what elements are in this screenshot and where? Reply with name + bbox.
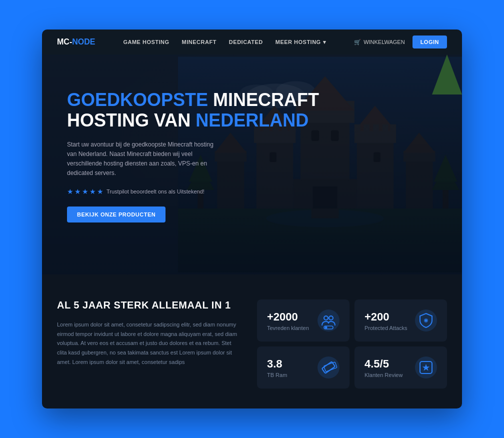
section-body: Lorem ipsum dolor sit amet, consetetur s…	[57, 320, 242, 366]
logo-mc: MC-	[57, 38, 72, 46]
cart-icon: 🛒	[354, 39, 361, 46]
left-content: AL 5 JAAR STERK ALLEMAAL IN 1 Lorem ipsu…	[57, 300, 242, 388]
tickets-icon	[318, 356, 340, 378]
browser-window: MC-NODE GAME HOSTING MINECRAFT DEDICATED…	[42, 30, 462, 408]
stat-card-attacks: +200 Protected Attacks	[354, 300, 447, 342]
stat-label-customers: Tevreden klanten	[267, 325, 309, 331]
stat-info-customers: +2000 Tevreden klanten	[267, 310, 309, 331]
star-1: ★	[67, 188, 74, 196]
stars-row: ★ ★ ★ ★ ★ Trustpilot beoordeelt ons als …	[67, 188, 437, 196]
stat-label-ram: TB Ram	[267, 372, 287, 378]
stat-card-customers: +2000 Tevreden klanten	[257, 300, 350, 342]
nav-game-hosting[interactable]: GAME HOSTING	[123, 39, 169, 45]
chevron-down-icon: ▾	[323, 39, 326, 46]
nav-minecraft[interactable]: MINECRAFT	[182, 39, 216, 45]
stat-info-attacks: +200 Protected Attacks	[364, 310, 408, 331]
stat-number-attacks: +200	[364, 310, 408, 324]
stats-grid: +2000 Tevreden klanten	[257, 300, 447, 388]
shield-icon	[415, 310, 437, 332]
star-rating: ★ ★ ★ ★ ★	[67, 188, 104, 196]
star-badge-icon	[415, 356, 437, 378]
cart-link[interactable]: 🛒 WINKELWAGEN	[354, 39, 405, 46]
stat-number-customers: +2000	[267, 310, 309, 324]
svg-point-49	[318, 310, 340, 332]
stat-number-review: 4.5/5	[364, 358, 402, 370]
star-2: ★	[74, 188, 81, 196]
stat-info-review: 4.5/5 Klanten Review	[364, 358, 402, 378]
users-icon	[318, 310, 340, 332]
stat-number-ram: 3.8	[267, 358, 287, 370]
svg-point-53	[325, 326, 328, 329]
trustpilot-text: Trustpilot beoordeelt ons als Uitstekend…	[106, 188, 204, 194]
star-4: ★	[90, 188, 96, 196]
nav-dedicated[interactable]: DEDICATED	[229, 39, 263, 45]
stat-label-review: Klanten Review	[364, 372, 402, 378]
star-3: ★	[82, 188, 88, 196]
star-5: ★	[97, 188, 104, 196]
svg-point-56	[425, 320, 427, 322]
hero-content: GOEDKOOPSTE MINECRAFT HOSTING VAN NEDERL…	[42, 54, 462, 222]
hero-section: GOEDKOOPSTE MINECRAFT HOSTING VAN NEDERL…	[42, 54, 462, 274]
stat-card-ram: 3.8 TB Ram	[257, 346, 350, 388]
logo[interactable]: MC-NODE	[57, 38, 95, 46]
login-button[interactable]: LOGIN	[412, 36, 447, 48]
navbar: MC-NODE GAME HOSTING MINECRAFT DEDICATED…	[42, 30, 462, 54]
nav-right: 🛒 WINKELWAGEN LOGIN	[354, 36, 447, 48]
stat-label-attacks: Protected Attacks	[364, 325, 408, 331]
bottom-section: AL 5 JAAR STERK ALLEMAAL IN 1 Lorem ipsu…	[42, 274, 462, 408]
stat-card-review: 4.5/5 Klanten Review	[354, 346, 447, 388]
stat-info-ram: 3.8 TB Ram	[267, 358, 287, 378]
hero-title: GOEDKOOPSTE MINECRAFT HOSTING VAN NEDERL…	[67, 90, 437, 131]
hero-subtitle: Start uw avontuur bij de goedkoopste Min…	[67, 140, 222, 178]
nav-links: GAME HOSTING MINECRAFT DEDICATED MEER HO…	[123, 39, 326, 46]
nav-meer-hosting[interactable]: MEER HOSTING ▾	[276, 39, 326, 46]
section-title: AL 5 JAAR STERK ALLEMAAL IN 1	[57, 300, 242, 311]
cta-button[interactable]: BEKIJK ONZE PRODUCTEN	[67, 206, 166, 222]
logo-node: NODE	[72, 38, 95, 46]
